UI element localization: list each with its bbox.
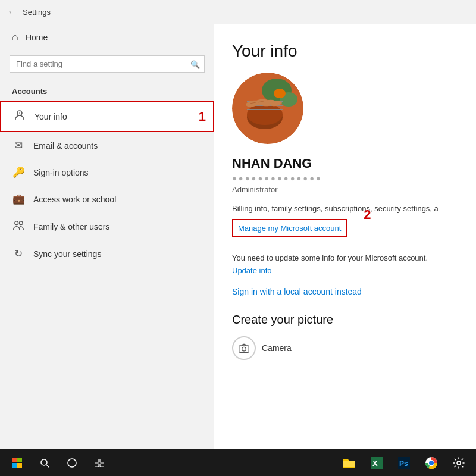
- svg-rect-32: [100, 464, 104, 467]
- svg-line-27: [46, 465, 49, 467]
- sidebar-item-family-users[interactable]: Family & other users: [0, 212, 214, 240]
- search-icon: 🔍: [190, 60, 200, 68]
- create-picture-title: Create your picture: [232, 313, 458, 327]
- email-icon: ✉: [12, 139, 25, 152]
- camera-label: Camera: [262, 343, 292, 353]
- svg-point-39: [457, 461, 461, 465]
- svg-point-38: [429, 461, 434, 465]
- profile-picture[interactable]: [232, 73, 303, 144]
- sign-in-icon: 🔑: [12, 166, 25, 178]
- svg-rect-23: [17, 458, 22, 462]
- page-title: Your info: [232, 42, 458, 61]
- taskbar: X Ps: [0, 449, 476, 476]
- sidebar-item-sync[interactable]: ↻ Sync your settings: [0, 240, 214, 267]
- sync-icon: ↻: [12, 248, 25, 260]
- svg-rect-22: [12, 458, 17, 462]
- taskbar-chrome[interactable]: [419, 450, 444, 475]
- billing-text: Billing info, family settings, subscript…: [232, 203, 458, 214]
- update-notice: You need to update some info for your Mi…: [232, 253, 458, 262]
- back-button[interactable]: ←: [7, 7, 17, 17]
- sidebar-home-label: Home: [26, 33, 48, 42]
- step-badge-2: 2: [364, 207, 371, 223]
- sidebar-item-your-info[interactable]: Your info 1: [0, 101, 214, 132]
- task-view-button[interactable]: [87, 450, 112, 475]
- update-info-link[interactable]: Update info: [232, 266, 458, 275]
- sidebar-item-access-work[interactable]: 💼 Access work or school: [0, 186, 214, 212]
- family-users-label: Family & other users: [33, 222, 109, 231]
- svg-point-8: [274, 89, 286, 98]
- taskbar-excel[interactable]: X: [364, 450, 389, 475]
- your-info-icon: [13, 109, 26, 124]
- step-badge-1: 1: [199, 109, 206, 124]
- content-area: Your info: [214, 24, 476, 449]
- svg-rect-25: [17, 463, 22, 468]
- user-email: ●●●●●●●●●●●●●●: [232, 174, 458, 183]
- sync-label: Sync your settings: [33, 249, 101, 259]
- svg-text:X: X: [372, 459, 378, 468]
- email-accounts-label: Email & accounts: [33, 141, 98, 151]
- sidebar-item-email-accounts[interactable]: ✉ Email & accounts: [0, 132, 214, 159]
- taskbar-settings[interactable]: [446, 450, 471, 475]
- sidebar-item-sign-in[interactable]: 🔑 Sign-in options: [0, 159, 214, 186]
- family-icon: [12, 220, 25, 233]
- access-work-icon: 💼: [12, 193, 25, 205]
- sign-in-label: Sign-in options: [33, 168, 89, 177]
- user-role: Administrator: [232, 185, 458, 194]
- svg-point-3: [19, 221, 23, 225]
- camera-icon-circle: [232, 336, 256, 360]
- search-box: 🔍: [10, 55, 205, 73]
- svg-rect-20: [239, 346, 249, 352]
- main-layout: ⌂ Home 🔍 Accounts Your info 1 ✉ Email & …: [0, 24, 476, 449]
- sidebar: ⌂ Home 🔍 Accounts Your info 1 ✉ Email & …: [0, 24, 214, 449]
- title-bar: ← Settings: [0, 0, 476, 24]
- home-icon: ⌂: [12, 31, 18, 43]
- svg-rect-30: [100, 459, 104, 462]
- cortana-button[interactable]: [60, 450, 84, 475]
- your-info-label: Your info: [35, 112, 67, 121]
- svg-rect-24: [12, 463, 17, 468]
- svg-point-28: [68, 459, 76, 467]
- window-title: Settings: [23, 8, 51, 17]
- camera-item[interactable]: Camera: [232, 336, 458, 360]
- taskbar-file-explorer[interactable]: [337, 450, 362, 475]
- svg-rect-29: [95, 459, 99, 462]
- svg-point-2: [15, 221, 18, 225]
- user-name: NHAN DANG: [232, 156, 458, 171]
- search-input[interactable]: [10, 55, 205, 73]
- manage-link-box: Manage my Microsoft account: [232, 219, 347, 237]
- svg-point-10: [247, 104, 283, 125]
- svg-rect-31: [95, 464, 99, 467]
- search-taskbar-button[interactable]: [32, 450, 57, 475]
- accounts-section-label: Accounts: [0, 77, 214, 101]
- local-account-link[interactable]: Sign in with a local account instead: [232, 287, 458, 296]
- svg-point-21: [242, 347, 246, 352]
- start-button[interactable]: [5, 450, 30, 475]
- manage-microsoft-account-link[interactable]: Manage my Microsoft account: [238, 224, 341, 233]
- profile-pic-container: [232, 73, 458, 144]
- svg-text:Ps: Ps: [399, 459, 408, 468]
- taskbar-photoshop[interactable]: Ps: [392, 450, 416, 475]
- sidebar-item-home[interactable]: ⌂ Home: [0, 24, 214, 51]
- access-work-label: Access work or school: [33, 195, 116, 204]
